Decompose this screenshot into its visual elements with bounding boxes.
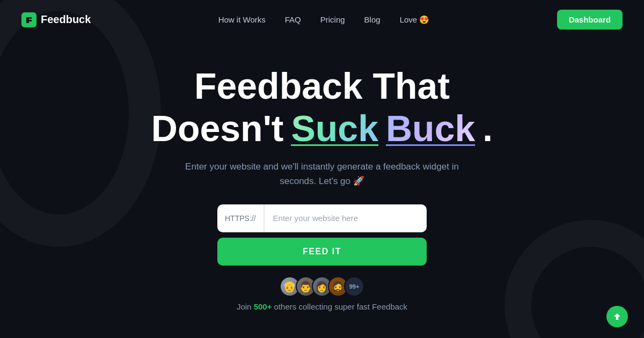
logo-icon — [21, 12, 36, 27]
feed-it-button[interactable]: FEED IT — [217, 238, 427, 266]
social-proof-text: Join 500+ others collecting super fast F… — [237, 302, 407, 311]
avatars: 👴 👨 👩 🧔 99+ — [280, 276, 364, 297]
social-join: Join — [237, 302, 252, 311]
dashboard-button[interactable]: Dashboard — [557, 10, 623, 30]
nav-links: How it Works FAQ Pricing Blog Love 😍 — [218, 15, 430, 25]
hero-buck: Buck — [386, 108, 475, 149]
nav-blog[interactable]: Blog — [364, 15, 380, 24]
logo-name: Feedbuck — [41, 13, 91, 26]
arrow-up-icon — [612, 312, 622, 321]
social-count-highlight: 500+ — [254, 302, 272, 311]
hero-suck: Suck — [291, 108, 378, 149]
navbar: Feedbuck How it Works FAQ Pricing Blog L… — [0, 0, 644, 39]
nav-love[interactable]: Love 😍 — [400, 15, 430, 24]
input-form: HTTPS:// FEED IT — [217, 204, 427, 266]
scroll-top-button[interactable] — [606, 306, 628, 327]
hero-title-line2: Doesn't Suck Buck . — [151, 108, 493, 149]
website-input[interactable] — [265, 214, 427, 223]
nav-how-it-works[interactable]: How it Works — [218, 15, 266, 24]
logo[interactable]: Feedbuck — [21, 12, 91, 27]
hero-period: . — [482, 108, 493, 149]
hero-title-line1: Feedback That — [194, 66, 450, 106]
avatar-count: 99+ — [344, 276, 364, 297]
hero-doesnt: Doesn't — [151, 108, 284, 149]
hero-section: Feedback That Doesn't Suck Buck . Enter … — [0, 39, 644, 311]
nav-pricing[interactable]: Pricing — [320, 15, 345, 24]
social-proof: 👴 👨 👩 🧔 99+ Join 500+ others collecting … — [237, 276, 407, 311]
url-input-container: HTTPS:// — [217, 204, 427, 232]
nav-faq[interactable]: FAQ — [285, 15, 301, 24]
hero-subtitle: Enter your website and we'll instantly g… — [182, 159, 462, 188]
url-prefix: HTTPS:// — [217, 204, 265, 232]
social-suffix: others collecting super fast Feedback — [274, 302, 407, 311]
